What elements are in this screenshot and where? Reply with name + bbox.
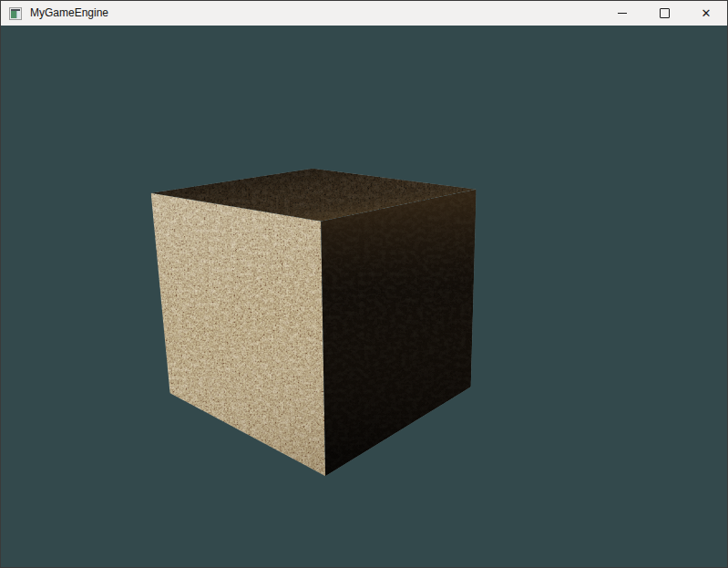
render-viewport[interactable] — [1, 26, 727, 567]
app-window: MyGameEngine ✕ — [0, 0, 728, 568]
maximize-button[interactable] — [643, 1, 685, 26]
titlebar[interactable]: MyGameEngine ✕ — [1, 1, 727, 26]
close-button[interactable]: ✕ — [685, 1, 727, 26]
maximize-icon — [660, 8, 670, 18]
window-title: MyGameEngine — [30, 1, 108, 26]
close-icon: ✕ — [702, 7, 712, 19]
minimize-button[interactable] — [601, 1, 643, 26]
app-icon — [9, 7, 22, 20]
minimize-icon — [618, 13, 627, 14]
scene-canvas — [1, 26, 727, 567]
